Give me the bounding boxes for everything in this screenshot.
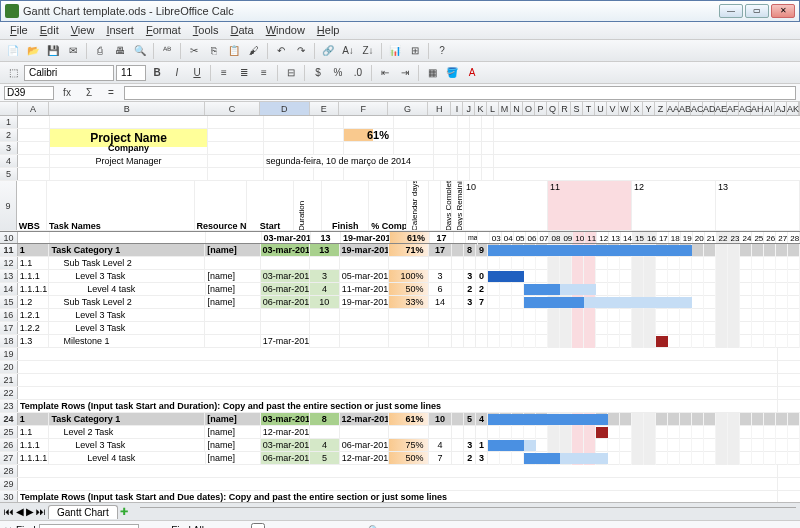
row-header[interactable]: 4 — [0, 155, 18, 167]
italic-icon[interactable]: I — [168, 64, 186, 82]
bold-icon[interactable]: B — [148, 64, 166, 82]
window-titlebar: Gantt Chart template.ods - LibreOffice C… — [0, 0, 800, 22]
function-wizard-icon[interactable]: fx — [58, 84, 76, 102]
help-icon[interactable]: ? — [433, 42, 451, 60]
merge-cells-icon[interactable]: ⊟ — [282, 64, 300, 82]
menu-tools[interactable]: Tools — [187, 22, 225, 39]
new-icon[interactable]: 📄 — [4, 42, 22, 60]
menu-help[interactable]: Help — [311, 22, 346, 39]
preview-icon[interactable]: 🔍 — [131, 42, 149, 60]
row-header[interactable]: 30 — [0, 491, 18, 502]
sort-asc-icon[interactable]: A↓ — [339, 42, 357, 60]
row-header[interactable]: 1 — [0, 116, 18, 128]
window-title: Gantt Chart template.ods - LibreOffice C… — [23, 5, 719, 17]
row-header[interactable]: 21 — [0, 374, 18, 386]
close-button[interactable]: ✕ — [771, 4, 795, 18]
row-header[interactable]: 29 — [0, 478, 18, 490]
tab-first-icon[interactable]: ⏮ — [4, 506, 14, 517]
tab-prev-icon[interactable]: ◀ — [16, 506, 24, 517]
align-right-icon[interactable]: ≡ — [255, 64, 273, 82]
app-icon — [5, 4, 19, 18]
menu-edit[interactable]: Edit — [34, 22, 65, 39]
formula-bar: D39 fx Σ = — [0, 84, 800, 102]
tab-next-icon[interactable]: ▶ — [26, 506, 34, 517]
maximize-button[interactable]: ▭ — [745, 4, 769, 18]
row-header[interactable]: 3 — [0, 142, 18, 154]
sheet-tab[interactable]: Gantt Chart — [48, 505, 118, 519]
sum-icon[interactable]: Σ — [80, 84, 98, 102]
menu-format[interactable]: Format — [140, 22, 187, 39]
fontcolor-icon[interactable]: A — [463, 64, 481, 82]
format-paint-icon[interactable]: 🖌 — [245, 42, 263, 60]
row-header[interactable]: 28 — [0, 465, 18, 477]
add-sheet-icon[interactable]: ✚ — [120, 506, 128, 517]
sheet-tab-bar: ⏮ ◀ ▶ ⏭ Gantt Chart ✚ — [0, 502, 800, 520]
sort-desc-icon[interactable]: Z↓ — [359, 42, 377, 60]
paste-icon[interactable]: 📋 — [225, 42, 243, 60]
row-header[interactable]: 23 — [0, 400, 18, 412]
row-header[interactable]: 2 — [0, 129, 18, 141]
hyperlink-icon[interactable]: 🔗 — [319, 42, 337, 60]
menu-bar: FileEditViewInsertFormatToolsDataWindowH… — [0, 22, 800, 40]
font-name-combo[interactable]: Calibri — [24, 65, 114, 81]
currency-icon[interactable]: $ — [309, 64, 327, 82]
increase-indent-icon[interactable]: ⇥ — [396, 64, 414, 82]
row-header[interactable]: 5 — [0, 168, 18, 180]
menu-file[interactable]: File — [4, 22, 34, 39]
menu-view[interactable]: View — [65, 22, 101, 39]
pdf-icon[interactable]: ⎙ — [91, 42, 109, 60]
align-center-icon[interactable]: ≣ — [235, 64, 253, 82]
borders-icon[interactable]: ▦ — [423, 64, 441, 82]
formula-input[interactable] — [124, 86, 796, 100]
tab-last-icon[interactable]: ⏭ — [36, 506, 46, 517]
find-input[interactable] — [39, 524, 139, 529]
open-icon[interactable]: 📂 — [24, 42, 42, 60]
standard-toolbar: 📄 📂 💾 ✉ ⎙ 🖶 🔍 ᴬᴮ ✂ ⎘ 📋 🖌 ↶ ↷ 🔗 A↓ Z↓ 📊 ⊞… — [0, 40, 800, 62]
row-header[interactable]: 22 — [0, 387, 18, 399]
row-header[interactable]: 20 — [0, 361, 18, 373]
minimize-button[interactable]: — — [719, 4, 743, 18]
find-toolbar: ✕ Find ▲ ▼ Find All Match Case 🔍 — [0, 520, 800, 528]
chart-icon[interactable]: 📊 — [386, 42, 404, 60]
print-icon[interactable]: 🖶 — [111, 42, 129, 60]
match-case-checkbox[interactable]: Match Case — [208, 523, 364, 529]
copy-icon[interactable]: ⎘ — [205, 42, 223, 60]
percent-icon[interactable]: % — [329, 64, 347, 82]
column-headers[interactable]: ABC D EFG HIJK LMNOPQRSTUVWXYZAAABACADAE… — [0, 102, 800, 116]
styles-icon[interactable]: ⬚ — [4, 64, 22, 82]
menu-insert[interactable]: Insert — [100, 22, 140, 39]
navigator-icon[interactable]: ⊞ — [406, 42, 424, 60]
bgcolor-icon[interactable]: 🪣 — [443, 64, 461, 82]
redo-icon[interactable]: ↷ — [292, 42, 310, 60]
save-icon[interactable]: 💾 — [44, 42, 62, 60]
equals-icon[interactable]: = — [102, 84, 120, 102]
row-header[interactable]: 19 — [0, 348, 18, 360]
spellcheck-icon[interactable]: ᴬᴮ — [158, 42, 176, 60]
font-size-combo[interactable]: 11 — [116, 65, 146, 81]
align-left-icon[interactable]: ≡ — [215, 64, 233, 82]
undo-icon[interactable]: ↶ — [272, 42, 290, 60]
menu-data[interactable]: Data — [224, 22, 259, 39]
underline-icon[interactable]: U — [188, 64, 206, 82]
number-icon[interactable]: .0 — [349, 64, 367, 82]
decrease-indent-icon[interactable]: ⇤ — [376, 64, 394, 82]
name-box[interactable]: D39 — [4, 86, 54, 100]
spreadsheet-grid[interactable]: ABC D EFG HIJK LMNOPQRSTUVWXYZAAABACADAE… — [0, 102, 800, 502]
menu-window[interactable]: Window — [260, 22, 311, 39]
email-icon[interactable]: ✉ — [64, 42, 82, 60]
cut-icon[interactable]: ✂ — [185, 42, 203, 60]
formatting-toolbar: ⬚ Calibri 11 B I U ≡ ≣ ≡ ⊟ $ % .0 ⇤ ⇥ ▦ … — [0, 62, 800, 84]
horizontal-scrollbar[interactable] — [140, 507, 796, 517]
